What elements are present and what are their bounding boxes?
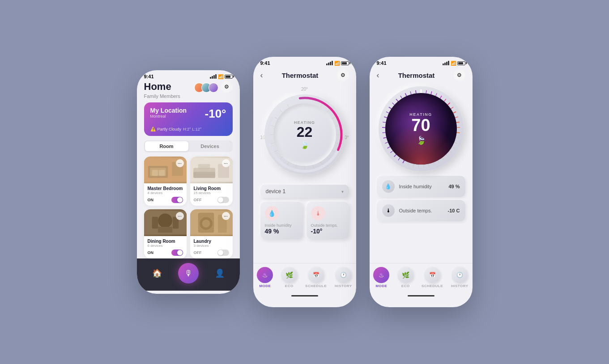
room-card-living[interactable]: ··· Living Room 15 devices OFF	[190, 157, 233, 206]
laundry-menu-icon[interactable]: ···	[222, 212, 230, 220]
svg-line-23	[320, 104, 322, 107]
back-button-2[interactable]: ‹	[260, 71, 263, 80]
history-icon: 🕐	[340, 272, 347, 278]
eco-icon-wrap-3: 🌿	[397, 267, 413, 283]
phone-thermostat: 9:41 📶 ‹ Thermostat ⚙ 20° 10°	[253, 57, 356, 307]
weather-hl: H:2° L:12°	[183, 127, 201, 131]
dining-menu-icon[interactable]: ···	[176, 212, 184, 220]
bedroom-toggle-knob	[177, 197, 183, 203]
sensor-cards: 💧 Inside humidity 49 % 🌡 Outside temps. …	[260, 202, 349, 239]
tab-room[interactable]: Room	[145, 141, 188, 151]
screens-container: 9:41 📶 Home Family Members	[137, 57, 473, 307]
status-icons-2: 📶	[326, 61, 349, 66]
bedroom-menu-icon[interactable]: ···	[176, 159, 184, 167]
living-menu-icon[interactable]: ···	[222, 159, 230, 167]
tab-eco[interactable]: 🌿 ECO	[281, 267, 297, 288]
schedule-label-3: SCHEDULE	[422, 284, 443, 288]
time-1: 9:41	[144, 74, 154, 79]
living-toggle[interactable]	[217, 197, 229, 203]
thermostat-settings-button[interactable]: ⚙	[337, 69, 349, 81]
bottom-tabs-2: ♨ MODE 🌿 ECO 📅 SCHEDULE	[253, 263, 356, 295]
dark-humidity-value: 49 %	[448, 184, 460, 189]
mode-icon-3: ♨	[379, 271, 384, 279]
thermostat-dial[interactable]: HEATING 22 🍃	[264, 94, 345, 175]
dining-controls: ON	[148, 250, 183, 256]
bedroom-controls: ON	[148, 197, 183, 203]
svg-line-43	[287, 104, 289, 107]
temp-top-label: 20°	[301, 87, 308, 92]
thermostat-dark-settings[interactable]: ⚙	[454, 69, 465, 81]
svg-line-35	[287, 162, 289, 165]
dining-name: Dining Room	[148, 239, 183, 244]
tab-devices[interactable]: Devices	[188, 141, 232, 151]
svg-rect-10	[198, 164, 210, 169]
dark-dial-container[interactable]: HEATING 70 🍃	[379, 86, 464, 171]
tab-history[interactable]: 🕐 HISTORY	[335, 267, 352, 288]
living-toggle-knob	[218, 197, 223, 203]
wifi-icon-3: 📶	[451, 61, 456, 66]
svg-line-51	[451, 107, 453, 109]
home-header: Home Family Members ⚙	[137, 81, 240, 102]
tab-mode[interactable]: ♨ MODE	[257, 267, 273, 288]
thermostat-dark-header: ‹ Thermostat ⚙	[370, 68, 473, 85]
time-3: 9:41	[377, 60, 387, 66]
nav-profile-icon[interactable]: 👤	[215, 268, 225, 278]
room-card-laundry[interactable]: ··· Laundry 3 devices OFF	[190, 209, 233, 258]
laundry-toggle[interactable]	[217, 250, 229, 256]
thermostat-title: Thermostat	[282, 72, 319, 79]
history-icon-3: 🕐	[456, 272, 463, 278]
room-card-bedroom[interactable]: ··· Master Bedroom 4 devices ON	[144, 157, 187, 206]
schedule-icon-wrap: 📅	[308, 267, 324, 283]
svg-line-81	[386, 112, 388, 113]
tab-history-3[interactable]: 🕐 HISTORY	[451, 267, 468, 288]
back-button-3[interactable]: ‹	[377, 71, 379, 80]
header-row: Home Family Members ⚙	[144, 81, 233, 99]
home-content: Home Family Members ⚙ My Location	[137, 81, 240, 291]
tab-schedule[interactable]: 📅 SCHEDULE	[305, 267, 327, 288]
nav-home-icon[interactable]: 🏠	[152, 268, 162, 278]
thermostat-content: ‹ Thermostat ⚙ 20° 10° 30°	[253, 68, 356, 300]
humidity-icon-wrap: 💧	[265, 206, 279, 220]
svg-line-25	[332, 117, 335, 119]
svg-line-29	[332, 150, 335, 152]
rooms-grid: ··· Master Bedroom 4 devices ON	[144, 157, 233, 258]
svg-rect-13	[158, 227, 172, 233]
location-temp: -10°	[205, 107, 226, 121]
dining-toggle[interactable]	[171, 250, 183, 256]
bedroom-info: Master Bedroom 4 devices ON	[144, 183, 187, 206]
status-icons-1: 📶	[210, 74, 233, 79]
location-card[interactable]: My Location Montreal -10° ⚠️ Partly Clou…	[144, 102, 233, 136]
mode-icon-wrap: ♨	[257, 267, 273, 283]
svg-line-34	[295, 165, 296, 169]
living-status: OFF	[194, 198, 202, 202]
mic-button[interactable]: 🎙	[178, 263, 199, 284]
dark-outside-temp-row: 🌡 Outside temps. -10 C	[377, 200, 465, 221]
battery-icon-3	[457, 61, 465, 65]
bedroom-toggle[interactable]	[171, 197, 183, 203]
tab-schedule-3[interactable]: 📅 SCHEDULE	[422, 267, 443, 288]
device-dropdown[interactable]: device 1 ▾	[260, 185, 349, 198]
laundry-devices: 3 devices	[194, 244, 229, 248]
svg-point-12	[158, 214, 172, 228]
laundry-name: Laundry	[194, 239, 229, 244]
outside-temp-label: Outside temps.	[311, 223, 338, 228]
bedroom-status: ON	[148, 198, 154, 202]
signal-icon-2	[326, 61, 333, 65]
settings-button[interactable]: ⚙	[221, 81, 233, 93]
signal-icon-1	[210, 74, 217, 79]
home-title-block: Home Family Members	[144, 81, 180, 99]
dining-info: Dining Room 6 devices ON	[144, 236, 187, 258]
dial-ticks-svg	[264, 94, 345, 175]
tab-eco-3[interactable]: 🌿 ECO	[397, 267, 413, 288]
bottom-tabs-3: ♨ MODE 🌿 ECO 📅 SCHEDULE	[370, 263, 473, 295]
room-card-dining[interactable]: ··· Dining Room 6 devices ON	[144, 209, 187, 258]
avatar-3	[209, 83, 218, 93]
tab-mode-3[interactable]: ♨ MODE	[373, 267, 389, 288]
status-bar-3: 9:41 📶	[370, 57, 473, 68]
status-icons-3: 📶	[443, 61, 465, 66]
svg-line-53	[455, 117, 458, 118]
dark-humidity-icon: 💧	[382, 180, 395, 193]
eco-icon-wrap: 🌿	[281, 267, 297, 283]
history-icon-wrap-3: 🕐	[451, 267, 468, 283]
laundry-toggle-knob	[218, 250, 223, 255]
